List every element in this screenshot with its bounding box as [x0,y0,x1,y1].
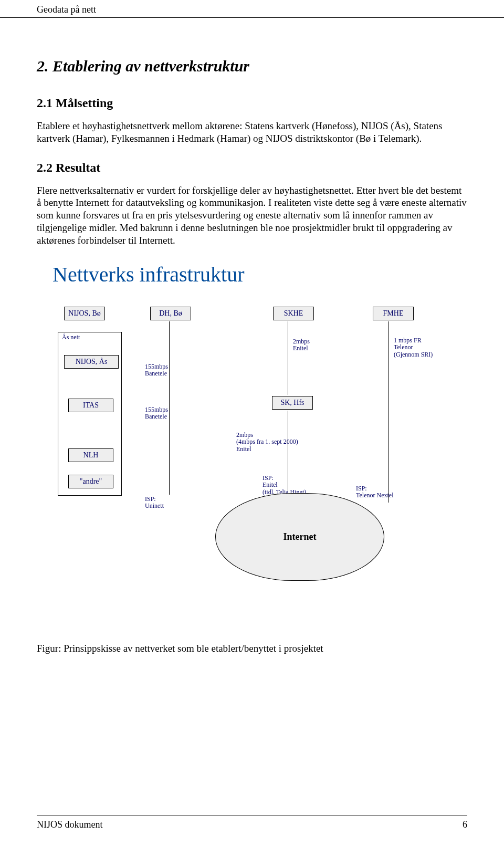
node-skhe: SKHE [273,307,314,320]
subsection-heading-2-1: 2.1 Målsetting [37,96,467,110]
connector-fmhe-internet [388,321,389,503]
node-nijos-as: NIJOS, Ås [64,355,119,369]
node-nijos-bo: NIJOS, Bø [64,307,105,320]
isp-label-telenor: ISP: Telenor Nextel [356,485,393,499]
subsection-heading-2-2: 2.2 Resultat [37,161,467,175]
paragraph-2-2: Flere nettverksalternativ er vurdert for… [37,184,467,247]
node-sk-hfs: SK, Hfs [272,396,313,410]
paragraph-2-1: Etablere et høyhastighetsnettverk mellom… [37,120,467,145]
edge-label-fmhe: 1 mbps FR Telenor (Gjennom SRI) [394,337,433,358]
diagram-title: Nettverks infrastruktur [52,262,452,287]
connector-dh-internet [169,321,170,495]
edge-label-skhe: 2mbps Enitel [293,338,310,352]
running-header: Geodata på nett [0,0,504,18]
label-as-nett: Ås nett [62,334,80,341]
footer-doc-label: NIJOS dokument [37,819,103,830]
network-diagram: Nettverks infrastruktur NIJOS, Bø DH, Bø… [52,262,452,580]
node-fmhe: FMHE [373,307,414,320]
section-heading-2: 2. Etablering av nettverkstruktur [37,57,467,75]
footer-page-number: 6 [463,819,467,830]
edge-label-skhfs: 2mbps (4mbps fra 1. sept 2000) Enitel [236,432,298,453]
node-itas: ITAS [68,399,113,412]
connector-skhe-skhfs [288,321,288,395]
edge-label-dh: 155mbps Banetele [145,363,168,377]
node-dh-bo: DH, Bø [150,307,191,320]
node-andre: "andre" [68,475,113,488]
isp-label-uninett: ISP: Uninett [145,496,164,509]
node-internet: Internet [215,493,384,581]
edge-label-itas: 155mbps Banetele [145,406,168,420]
page-footer: NIJOS dokument 6 [37,816,467,830]
node-nlh: NLH [68,448,113,462]
isp-label-enitel: ISP: Enitel (tidl. Telia Hinet) [262,475,306,496]
figure-caption: Figur: Prinsippskisse av nettverket som … [37,643,467,654]
